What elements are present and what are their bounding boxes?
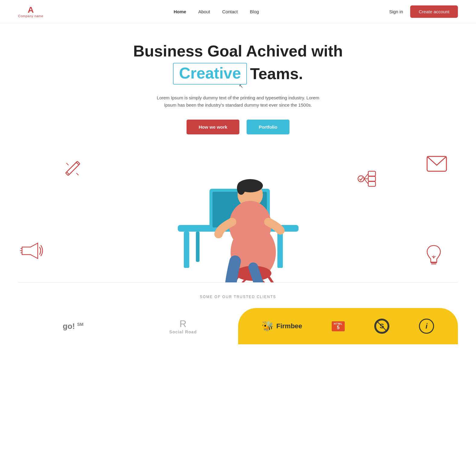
svg-rect-24 bbox=[277, 232, 283, 268]
cursor-icon: ↖ bbox=[239, 83, 243, 89]
svg-rect-22 bbox=[184, 232, 189, 268]
firmbee-icon: 🐝 bbox=[262, 320, 274, 332]
clients-yellow-bg: 🐝 Firmbee HTML 5 S i bbox=[238, 308, 458, 344]
gism-logo-text: go! SM bbox=[63, 322, 84, 331]
hero-section: Business Goal Achived with Creative ↖ Te… bbox=[0, 24, 476, 140]
clients-section: SOME OF OUR TRUSTED CLIENTS go! SM R Soc… bbox=[0, 283, 476, 344]
hero-title-line1: Business Goal Achived with bbox=[6, 42, 470, 60]
logo: A Company name bbox=[18, 6, 43, 18]
nav-contact[interactable]: Contact bbox=[222, 9, 238, 14]
svg-line-34 bbox=[243, 279, 246, 282]
lightbulb-icon bbox=[425, 244, 443, 270]
clients-row: go! SM R Social Road 🐝 Firmbee HTML 5 S bbox=[18, 308, 458, 344]
sign-in-link[interactable]: Sign in bbox=[389, 9, 403, 14]
creative-text: Creative bbox=[179, 64, 241, 82]
svg-rect-10 bbox=[368, 176, 375, 181]
svg-rect-0 bbox=[67, 161, 80, 175]
svg-line-3 bbox=[76, 173, 78, 175]
firmbee-label: Firmbee bbox=[276, 322, 302, 330]
client-html5: HTML 5 bbox=[332, 321, 345, 331]
mail-icon bbox=[426, 156, 447, 176]
client-s-circle: S bbox=[374, 319, 389, 334]
svg-rect-9 bbox=[368, 171, 375, 176]
hero-subtitle: Lorem Ipsum is simply dummy text of the … bbox=[154, 94, 323, 109]
teams-text: Teams. bbox=[250, 65, 303, 83]
create-account-button[interactable]: Create account bbox=[410, 5, 458, 18]
nav-about[interactable]: About bbox=[198, 9, 210, 14]
logo-name: Company name bbox=[18, 14, 43, 18]
svg-point-39 bbox=[229, 201, 271, 249]
client-info-circle: i bbox=[419, 319, 434, 334]
svg-line-6 bbox=[364, 174, 368, 179]
nav-right: Sign in Create account bbox=[389, 5, 458, 18]
creative-box: Creative ↖ bbox=[173, 63, 247, 85]
html5-badge: HTML 5 bbox=[332, 321, 345, 331]
svg-point-5 bbox=[358, 176, 364, 182]
client-social-road: R Social Road bbox=[128, 312, 238, 340]
navbar: A Company name Home About Contact Blog S… bbox=[0, 0, 476, 24]
hero-buttons: How we work Portfolio bbox=[6, 120, 470, 134]
nav-home[interactable]: Home bbox=[174, 9, 186, 14]
hero-title-line2: Creative ↖ Teams. bbox=[6, 63, 470, 85]
logo-letter: A bbox=[28, 6, 34, 14]
client-gism: go! SM bbox=[18, 316, 128, 337]
svg-line-42 bbox=[377, 321, 387, 331]
clients-title: SOME OF OUR TRUSTED CLIENTS bbox=[18, 295, 458, 299]
svg-point-38 bbox=[237, 182, 245, 195]
svg-line-8 bbox=[364, 179, 368, 184]
portfolio-button[interactable]: Portfolio bbox=[247, 120, 289, 134]
nav-blog[interactable]: Blog bbox=[250, 9, 259, 14]
workflow-icon bbox=[357, 168, 381, 194]
svg-line-2 bbox=[66, 163, 69, 165]
megaphone-icon bbox=[19, 241, 43, 264]
svg-line-33 bbox=[268, 276, 274, 282]
nav-links: Home About Contact Blog bbox=[174, 9, 259, 14]
how-we-work-button[interactable]: How we work bbox=[187, 120, 239, 134]
svg-marker-12 bbox=[22, 243, 38, 259]
svg-rect-11 bbox=[368, 182, 375, 186]
svg-rect-23 bbox=[196, 232, 200, 262]
client-firmbee: 🐝 Firmbee bbox=[262, 320, 302, 332]
illustration-area bbox=[0, 149, 476, 282]
desk-illustration bbox=[160, 156, 317, 282]
info-circle-text: i bbox=[426, 322, 428, 330]
tools-icon bbox=[62, 159, 83, 183]
